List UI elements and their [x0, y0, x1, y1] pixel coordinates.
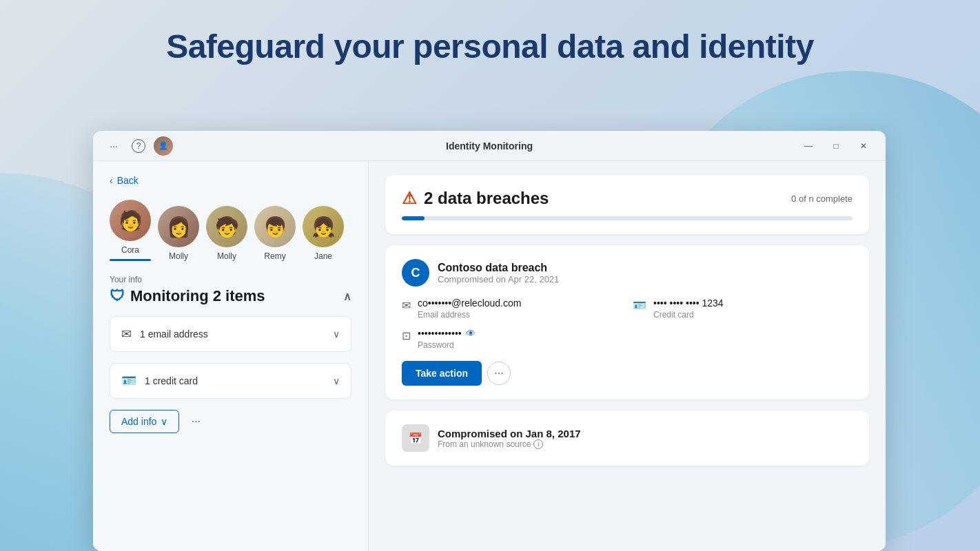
close-button[interactable]: ✕ — [853, 138, 875, 154]
warning-icon: ⚠ — [402, 189, 417, 208]
back-button[interactable]: ‹ Back — [110, 175, 139, 186]
email-expand-icon: ∨ — [333, 329, 340, 340]
user-avatar-item-molly1[interactable]: 👩 Molly — [158, 206, 199, 261]
app-title: Identity Monitoring — [446, 141, 533, 152]
breach-count: ⚠ 2 data breaches — [402, 189, 549, 208]
avatar-jane: 👧 — [303, 206, 344, 247]
email-item-label: 1 email address — [140, 329, 208, 340]
page-heading: Safeguard your personal data and identit… — [0, 28, 980, 65]
email-address-item[interactable]: ✉ 1 email address ∨ — [110, 316, 351, 352]
breach-logo-contoso: C — [402, 259, 429, 287]
avatar-label-remy: Remy — [264, 251, 285, 261]
avatar-remy: 👦 — [254, 206, 296, 247]
add-info-label: Add info — [121, 416, 156, 427]
user-avatar-item-molly2[interactable]: 🧒 Molly — [206, 206, 247, 261]
your-info-label: Your info — [110, 275, 351, 284]
minimize-button[interactable]: — — [797, 138, 819, 154]
avatar-label-cora: Cora — [121, 245, 139, 255]
field-creditcard-type: Credit card — [653, 310, 724, 320]
active-indicator-cora — [110, 259, 151, 261]
info-circle-icon: i — [533, 439, 543, 449]
field-password-icon: ⊡ — [402, 329, 411, 342]
back-label: Back — [117, 175, 139, 186]
user-avatar-item-jane[interactable]: 👧 Jane — [303, 206, 344, 261]
credit-card-icon: 🪪 — [121, 373, 136, 388]
avatar-molly2: 🧒 — [206, 206, 247, 247]
breach-second-name: Compromised on Jan 8, 2017 — [438, 428, 581, 439]
avatar-label-molly1: Molly — [169, 251, 188, 261]
breach-field-password: ⊡ ••••••••••••• 👁 Password — [402, 328, 622, 350]
user-avatar-titlebar[interactable]: 👤 — [154, 136, 173, 156]
breach-card-contoso: C Contoso data breach Compromised on Apr… — [385, 245, 869, 399]
progress-bar-background — [402, 216, 853, 220]
monitoring-section: Your info 🛡 Monitoring 2 items ∧ — [110, 275, 351, 305]
back-arrow-icon: ‹ — [110, 175, 113, 186]
credit-card-expand-icon: ∨ — [333, 375, 340, 386]
window-controls: — □ ✕ — [797, 138, 875, 154]
add-info-row: Add info ∨ ··· — [110, 410, 351, 433]
breach-details: ✉ co•••••••@relecloud.com Email address … — [402, 298, 853, 350]
reveal-password-icon[interactable]: 👁 — [466, 328, 476, 339]
breach-card-second[interactable]: 📅 Compromised on Jan 8, 2017 From an unk… — [385, 410, 869, 466]
breach-date: Compromised on Apr 22, 2021 — [438, 274, 559, 284]
add-info-chevron-icon: ∨ — [161, 416, 167, 427]
shield-icon: 🛡 — [110, 287, 125, 305]
field-creditcard-info: •••• •••• •••• 1234 Credit card — [653, 298, 724, 320]
field-password-type: Password — [418, 340, 476, 350]
left-panel: ‹ Back 🧑 Cora 👩 Molly — [93, 161, 369, 551]
breach-field-creditcard: 🪪 •••• •••• •••• 1234 Credit card — [633, 298, 853, 320]
field-email-info: co•••••••@relecloud.com Email address — [418, 298, 521, 320]
add-info-button[interactable]: Add info ∨ — [110, 410, 179, 433]
calendar-icon: 📅 — [409, 432, 422, 445]
breach-card-second-header: 📅 Compromised on Jan 8, 2017 From an unk… — [402, 424, 853, 452]
field-password-value-row: ••••••••••••• 👁 — [418, 328, 476, 339]
monitoring-title-text: Monitoring 2 items — [130, 287, 265, 305]
credit-card-item-left: 🪪 1 credit card — [121, 373, 198, 388]
maximize-button[interactable]: □ — [825, 138, 847, 154]
title-bar-left: ··· ? 👤 — [104, 136, 173, 156]
credit-card-item-label: 1 credit card — [145, 375, 198, 386]
breach-count-row: ⚠ 2 data breaches 0 of n complete — [402, 189, 853, 208]
field-password-info: ••••••••••••• 👁 Password — [418, 328, 476, 350]
app-window: ··· ? 👤 Identity Monitoring — □ ✕ ‹ Back — [93, 131, 886, 551]
breach-logo-second: 📅 — [402, 424, 429, 452]
content-area: ‹ Back 🧑 Cora 👩 Molly — [93, 161, 886, 551]
breach-count-label: 2 data breaches — [424, 189, 549, 208]
right-panel: ⚠ 2 data breaches 0 of n complete C Cont… — [369, 161, 886, 551]
breach-info: Contoso data breach Compromised on Apr 2… — [438, 262, 559, 284]
avatar-molly1: 👩 — [158, 206, 199, 247]
breach-field-email: ✉ co•••••••@relecloud.com Email address — [402, 298, 622, 320]
title-bar: ··· ? 👤 Identity Monitoring — □ ✕ — [93, 131, 886, 161]
breach-header-card: ⚠ 2 data breaches 0 of n complete — [385, 175, 869, 234]
breach-second-sub: From an unknown source i — [438, 439, 581, 449]
complete-label: 0 of n complete — [791, 194, 853, 204]
user-avatar-item-cora[interactable]: 🧑 Cora — [110, 200, 151, 261]
collapse-icon[interactable]: ∧ — [343, 290, 351, 303]
field-creditcard-value: •••• •••• •••• 1234 — [653, 298, 724, 309]
field-creditcard-icon: 🪪 — [633, 299, 646, 312]
breach-card-header: C Contoso data breach Compromised on Apr… — [402, 259, 853, 287]
field-email-icon: ✉ — [402, 299, 411, 312]
take-action-button[interactable]: Take action — [402, 361, 482, 386]
avatar-label-molly2: Molly — [217, 251, 236, 261]
avatar-cora: 🧑 — [110, 200, 151, 241]
monitoring-title: 🛡 Monitoring 2 items ∧ — [110, 287, 351, 305]
breach-second-sub-text: From an unknown source — [438, 439, 531, 449]
breach-second-info: Compromised on Jan 8, 2017 From an unkno… — [438, 428, 581, 449]
avatar-label-jane: Jane — [314, 251, 332, 261]
email-icon: ✉ — [121, 326, 132, 342]
breach-name: Contoso data breach — [438, 262, 559, 274]
help-button[interactable]: ? — [129, 136, 148, 156]
email-item-left: ✉ 1 email address — [121, 326, 208, 342]
breach-more-options-button[interactable]: ··· — [487, 362, 511, 385]
user-avatars-row: 🧑 Cora 👩 Molly 🧒 Molly — [110, 197, 351, 264]
action-row: Take action ··· — [402, 361, 853, 386]
more-options-titlebar-button[interactable]: ··· — [104, 136, 123, 156]
field-email-type: Email address — [418, 310, 521, 320]
credit-card-item[interactable]: 🪪 1 credit card ∨ — [110, 363, 351, 399]
field-password-value: ••••••••••••• — [418, 328, 462, 339]
more-options-button[interactable]: ··· — [185, 410, 207, 433]
progress-bar-fill — [402, 216, 425, 220]
user-avatar-item-remy[interactable]: 👦 Remy — [254, 206, 296, 261]
field-email-value: co•••••••@relecloud.com — [418, 298, 521, 309]
